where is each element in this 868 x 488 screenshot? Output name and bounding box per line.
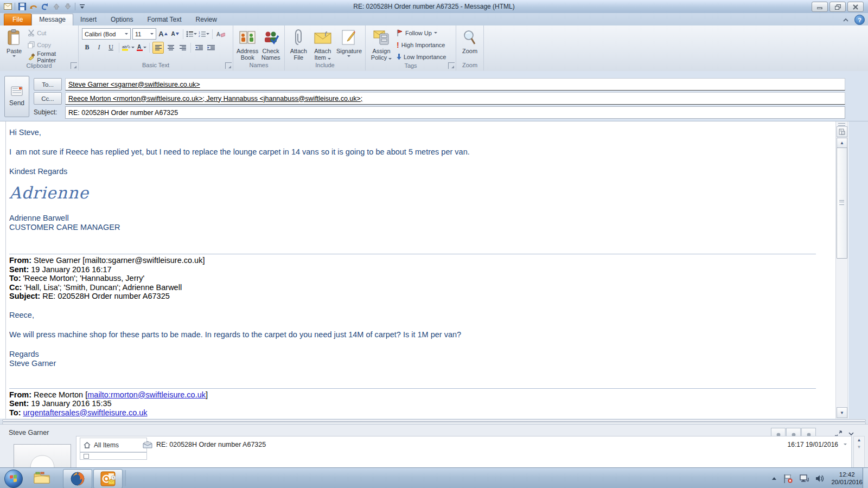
attach-item-button[interactable]: Attach Item <box>310 27 335 62</box>
ribbon-tab-row: File Message Insert Options Format Text … <box>0 13 868 25</box>
start-button[interactable] <box>4 470 23 488</box>
send-button[interactable]: Send <box>4 76 29 117</box>
font-color-button[interactable]: A <box>136 42 146 53</box>
scroll-thumb[interactable] <box>837 147 847 259</box>
activity-list-item[interactable]: RE: 020528H Order number A67325 16:17 19… <box>143 438 847 451</box>
body-right-margin <box>848 121 868 419</box>
highlight-button[interactable]: ab <box>122 42 135 53</box>
tab-message[interactable]: Message <box>31 14 73 25</box>
restore-button[interactable] <box>829 2 846 12</box>
tab-insert[interactable]: Insert <box>73 14 104 25</box>
show-desktop-button[interactable] <box>863 468 868 488</box>
align-right-button[interactable] <box>177 42 188 53</box>
tab-format-text[interactable]: Format Text <box>140 14 188 25</box>
follow-up-button[interactable]: Follow Up <box>395 27 448 38</box>
to-button[interactable]: To... <box>34 78 62 91</box>
close-button[interactable] <box>847 2 864 12</box>
paste-button[interactable]: Paste <box>2 27 26 62</box>
decrease-indent-button[interactable] <box>194 42 204 53</box>
title-bar[interactable]: RE: 020528H Order number A67325 - Messag… <box>0 0 868 14</box>
low-importance-button[interactable]: Low Importance <box>395 51 448 62</box>
cc-button[interactable]: Cc... <box>34 92 62 105</box>
dropdown-caret <box>194 33 197 35</box>
scroll-up-arrow[interactable]: ▲ <box>837 138 847 148</box>
splitter-grip[interactable] <box>838 123 845 126</box>
tab-all-items[interactable]: All Items <box>80 438 147 452</box>
dropdown-caret <box>347 55 350 57</box>
minimize-button[interactable] <box>812 2 828 12</box>
to-field[interactable]: Steve Garner <sgarner@swiftleisure.co.uk… <box>65 78 845 91</box>
font-name-select[interactable]: Calibri (Bod <box>82 28 131 40</box>
basic-text-dialog-launcher[interactable] <box>225 62 232 69</box>
clipboard-dialog-launcher[interactable] <box>71 62 77 69</box>
action-center-icon[interactable] <box>783 474 793 483</box>
underline-button[interactable]: U <box>106 42 116 53</box>
reply-name: Steve Garner <box>9 359 827 368</box>
grow-font-button[interactable]: A <box>158 29 168 40</box>
people-pane-scrollbar[interactable]: ▲ ▼ <box>853 436 865 468</box>
cut-button[interactable]: Cut <box>26 27 76 38</box>
signature-button[interactable]: Signature <box>335 27 363 62</box>
signature-name: Adrienne Barwell <box>9 214 827 223</box>
format-painter-button[interactable]: Format Painter <box>26 51 76 62</box>
high-importance-button[interactable]: ! High Importance <box>395 39 448 50</box>
assign-policy-button[interactable]: Assign Policy <box>368 27 395 62</box>
message-body-area[interactable]: Hi Steve, I am not sure if Reece has rep… <box>0 121 848 419</box>
tab-partial[interactable] <box>80 452 147 460</box>
increase-indent-button[interactable] <box>206 42 216 53</box>
align-left-button[interactable] <box>152 42 164 54</box>
zoom-button[interactable]: Zoom <box>458 27 481 62</box>
clear-formatting-button[interactable]: A <box>215 29 226 40</box>
show-hidden-icons-button[interactable] <box>771 477 777 480</box>
bold-button[interactable]: B <box>82 42 92 53</box>
numbering-button[interactable]: 12 <box>199 29 209 40</box>
redo-icon[interactable] <box>41 2 49 11</box>
tab-file[interactable]: File <box>4 14 31 25</box>
subject-field[interactable]: RE: 020528H Order number A67325 <box>65 106 845 119</box>
scroll-down-arrow[interactable]: ▼ <box>857 445 861 450</box>
save-icon[interactable] <box>18 2 27 11</box>
dropdown-caret <box>131 47 135 48</box>
taskbar-clock[interactable]: 12:42 20/01/2016 <box>831 471 863 486</box>
ruler-toggle-icon[interactable] <box>837 126 847 137</box>
check-names-button[interactable]: Check Names <box>259 27 282 62</box>
network-icon[interactable] <box>799 474 809 483</box>
align-center-button[interactable] <box>165 42 176 53</box>
shrink-font-button[interactable]: A <box>170 29 180 40</box>
next-item-icon[interactable] <box>63 2 72 11</box>
cc-field[interactable]: Reece Morton <rmorton@swiftleisure.co.uk… <box>65 92 845 105</box>
tab-review[interactable]: Review <box>189 14 224 25</box>
copy-button[interactable]: Copy <box>26 39 76 50</box>
help-icon[interactable]: ? <box>854 15 865 25</box>
minimize-ribbon-icon[interactable] <box>840 15 851 24</box>
ribbon: Paste Cut Copy Format Painter <box>0 25 868 72</box>
previous-item-icon[interactable] <box>52 2 61 11</box>
low-importance-icon <box>397 54 401 60</box>
volume-icon[interactable] <box>815 474 825 483</box>
taskbar: 12:42 20/01/2016 <box>0 467 868 488</box>
font-size-select[interactable]: 11 <box>132 28 156 40</box>
firefox-taskbar-button[interactable] <box>63 469 92 488</box>
email-link[interactable]: urgentaftersales@swiftleisure.co.uk <box>23 408 147 417</box>
explorer-taskbar-icon[interactable] <box>34 471 50 485</box>
outlook-taskbar-button[interactable] <box>93 469 123 488</box>
tab-options[interactable]: Options <box>104 14 140 25</box>
tags-dialog-launcher[interactable] <box>448 62 455 69</box>
body-scrollbar[interactable]: ▲ ▼ <box>835 121 848 419</box>
italic-button[interactable]: I <box>94 42 104 53</box>
cut-icon <box>28 29 35 36</box>
send-icon <box>11 86 23 96</box>
greeting-line: Hi Steve, <box>9 128 827 137</box>
item-options-caret[interactable] <box>844 444 847 445</box>
reading-pane-splitter[interactable] <box>0 419 868 424</box>
bullets-button[interactable] <box>186 29 197 40</box>
attach-file-button[interactable]: Attach File <box>287 27 310 62</box>
undo-icon[interactable] <box>29 2 38 11</box>
address-book-button[interactable]: Address Book <box>235 27 259 62</box>
contact-photo <box>14 444 71 469</box>
customize-qat-icon[interactable] <box>78 2 87 11</box>
scroll-up-arrow[interactable]: ▲ <box>857 438 861 442</box>
scroll-down-arrow[interactable]: ▼ <box>837 407 847 418</box>
address-book-icon <box>238 28 257 47</box>
mailto-link[interactable]: mailto:rmorton@swiftleisure.co.uk <box>87 390 206 399</box>
